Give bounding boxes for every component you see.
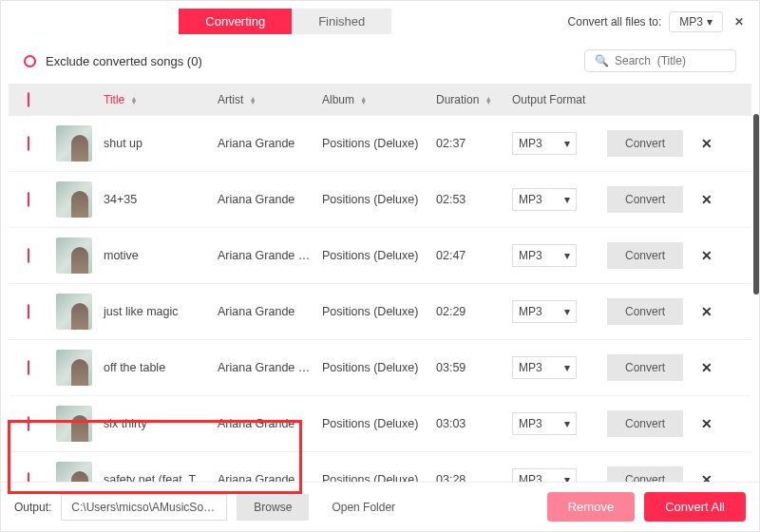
row-format-value: MP3 <box>519 137 542 150</box>
th-artist[interactable]: Artist ▲▼ <box>218 93 322 106</box>
row-format-value: MP3 <box>519 193 542 206</box>
row-format-value: MP3 <box>519 473 542 482</box>
convert-button[interactable]: Convert <box>607 354 683 381</box>
sort-icon: ▲▼ <box>360 97 367 104</box>
table-row: motiveAriana Grande & …Positions (Deluxe… <box>9 228 751 284</box>
row-checkbox[interactable] <box>28 472 29 482</box>
table-header: Title ▲▼ Artist ▲▼ Album ▲▼ Duration ▲▼ … <box>9 84 751 116</box>
row-checkbox[interactable] <box>28 192 29 207</box>
cell-album: Positions (Deluxe) <box>322 137 436 150</box>
row-checkbox[interactable] <box>28 136 29 151</box>
th-title[interactable]: Title ▲▼ <box>104 93 218 106</box>
cell-title: motive <box>104 249 218 262</box>
delete-row-icon[interactable]: ✕ <box>697 248 716 263</box>
browse-button[interactable]: Browse <box>237 494 309 521</box>
th-album[interactable]: Album ▲▼ <box>322 93 436 106</box>
convert-button[interactable]: Convert <box>607 242 683 269</box>
tab-converting[interactable]: Converting <box>179 9 292 34</box>
row-format-value: MP3 <box>519 305 542 318</box>
row-format-select[interactable]: MP3▾ <box>512 356 577 379</box>
remove-button[interactable]: Remove <box>547 492 635 522</box>
row-format-select[interactable]: MP3▾ <box>512 132 577 155</box>
convert-button[interactable]: Convert <box>607 298 683 325</box>
convert-button[interactable]: Convert <box>607 410 683 437</box>
global-format-select[interactable]: MP3 ▾ <box>669 11 723 32</box>
cell-title: off the table <box>104 361 218 374</box>
search-icon: 🔍 <box>595 54 609 67</box>
cell-duration: 02:53 <box>436 193 512 206</box>
table-row: shut upAriana GrandePositions (Deluxe)02… <box>9 116 751 172</box>
caret-down-icon: ▾ <box>564 137 570 150</box>
delete-row-icon[interactable]: ✕ <box>697 416 716 431</box>
caret-down-icon: ▾ <box>707 15 712 28</box>
caret-down-icon: ▾ <box>564 249 570 262</box>
cell-title: safety net (feat. Ty … <box>104 473 218 482</box>
cell-artist: Ariana Grande & … <box>218 249 322 262</box>
cell-title: 34+35 <box>104 193 218 206</box>
convert-button[interactable]: Convert <box>607 130 683 157</box>
table-row: six thirtyAriana GrandePositions (Deluxe… <box>9 396 751 452</box>
caret-down-icon: ▾ <box>564 473 570 482</box>
th-output-format: Output Format <box>512 93 607 106</box>
cell-artist: Ariana Grande <box>218 417 322 430</box>
cell-album: Positions (Deluxe) <box>322 193 436 206</box>
cell-artist: Ariana Grande <box>218 137 322 150</box>
sort-icon: ▲▼ <box>131 97 138 104</box>
cell-album: Positions (Deluxe) <box>322 473 436 482</box>
cell-title: shut up <box>104 137 218 150</box>
album-art <box>56 406 92 442</box>
select-all-checkbox[interactable] <box>28 92 29 107</box>
cell-duration: 02:37 <box>436 137 512 150</box>
row-format-select[interactable]: MP3▾ <box>512 244 577 267</box>
cell-album: Positions (Deluxe) <box>322 249 436 262</box>
row-format-select[interactable]: MP3▾ <box>512 468 577 482</box>
row-checkbox[interactable] <box>28 304 29 319</box>
delete-row-icon[interactable]: ✕ <box>697 192 716 207</box>
delete-row-icon[interactable]: ✕ <box>697 360 716 375</box>
cell-artist: Ariana Grande <box>218 305 322 318</box>
convert-all-label: Convert all files to: <box>568 15 662 28</box>
row-checkbox[interactable] <box>28 248 29 263</box>
exclude-radio[interactable] <box>24 55 36 67</box>
cell-duration: 03:59 <box>436 361 512 374</box>
global-format-value: MP3 <box>679 15 703 28</box>
row-checkbox[interactable] <box>28 416 29 431</box>
output-label: Output: <box>14 501 51 514</box>
caret-down-icon: ▾ <box>564 361 570 374</box>
open-folder-button[interactable]: Open Folder <box>318 494 408 521</box>
row-format-select[interactable]: MP3▾ <box>512 300 577 323</box>
album-art <box>56 125 92 162</box>
tab-finished[interactable]: Finished <box>292 9 391 34</box>
cell-title: just like magic <box>104 305 218 318</box>
song-rows: shut upAriana GrandePositions (Deluxe)02… <box>1 116 759 482</box>
th-duration-label: Duration <box>436 93 479 106</box>
th-duration[interactable]: Duration ▲▼ <box>436 93 512 106</box>
top-bar: Converting Finished Convert all files to… <box>1 1 759 42</box>
row-checkbox[interactable] <box>28 360 29 375</box>
row-format-select[interactable]: MP3▾ <box>512 412 577 435</box>
convert-button[interactable]: Convert <box>607 186 683 213</box>
album-art <box>56 238 92 274</box>
delete-row-icon[interactable]: ✕ <box>697 136 716 151</box>
album-art <box>56 462 92 482</box>
convert-all-button[interactable]: Convert All <box>644 492 746 522</box>
caret-down-icon: ▾ <box>564 305 570 318</box>
scrollbar-thumb[interactable] <box>753 114 759 294</box>
topbar-right: Convert all files to: MP3 ▾ ✕ <box>568 11 748 32</box>
delete-row-icon[interactable]: ✕ <box>697 304 716 319</box>
caret-down-icon: ▾ <box>564 417 570 430</box>
filter-row: Exclude converted songs (0) 🔍 <box>1 42 759 80</box>
row-format-select[interactable]: MP3▾ <box>512 188 577 211</box>
cell-artist: Ariana Grande <box>218 473 322 482</box>
output-path[interactable]: C:\Users\micso\AMusicSoft … <box>61 494 227 521</box>
search-input[interactable] <box>615 54 726 67</box>
sort-icon: ▲▼ <box>250 97 256 104</box>
close-icon[interactable]: ✕ <box>731 15 748 28</box>
convert-button[interactable]: Convert <box>607 466 683 482</box>
search-box[interactable]: 🔍 <box>584 49 736 72</box>
album-art <box>56 181 92 218</box>
th-artist-label: Artist <box>218 93 243 106</box>
exclude-label: Exclude converted songs (0) <box>46 54 202 68</box>
delete-row-icon[interactable]: ✕ <box>697 472 716 482</box>
row-format-value: MP3 <box>519 249 542 262</box>
